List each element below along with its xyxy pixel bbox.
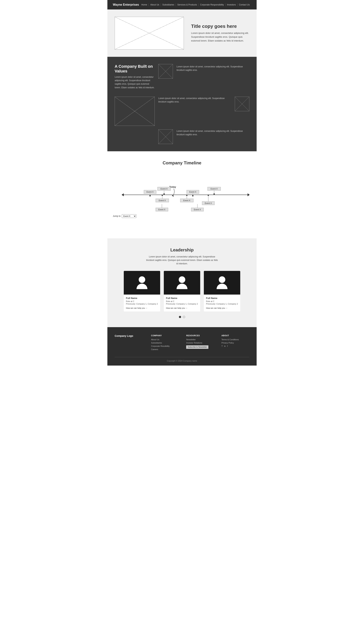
footer-terms-link[interactable]: Terms & Conditions <box>222 338 249 340</box>
leader-photo-3 <box>204 271 240 294</box>
values-image-1 <box>158 64 173 79</box>
person-icon-1 <box>136 276 148 289</box>
leader-prev-3: Previously: Company 1, Company 2 <box>206 303 238 305</box>
footer-corporate-link[interactable]: Corporate Resoibility <box>151 345 179 347</box>
timeline-arrow-right <box>248 193 250 196</box>
values-image-3 <box>235 97 249 111</box>
footer: Company Logo COMPANY About Us Subsidiari… <box>108 327 256 366</box>
nav-contact[interactable]: Contact Us <box>238 4 251 6</box>
values-image-4 <box>158 130 173 144</box>
carousel-dot-1[interactable] <box>179 316 181 318</box>
leader-prev-2: Previously: Company 1, Company 2 <box>166 303 198 305</box>
values-text-1: Lorem ipsum dolor sit amet, consectetur … <box>176 65 249 72</box>
person-head-3 <box>219 276 225 283</box>
person-body-1 <box>136 284 148 289</box>
linkedin-icon[interactable]: in <box>224 345 226 347</box>
leader-card-1: Full Name Role at C Previously: Company … <box>124 271 160 312</box>
footer-subsidiaries-link[interactable]: Subsidiaries <box>151 342 179 344</box>
footer-resources-title: RESOURCES <box>186 334 214 336</box>
leader-name-2: Full Name <box>166 297 198 300</box>
values-text-3: Lorem ipsum dolor sit amet, consectetur … <box>176 130 249 136</box>
hero-section: Title copy goes here Lorem ipsum dolor s… <box>108 10 256 57</box>
timeline-section: Company Timeline Today Event X Event X <box>108 151 256 238</box>
person-icon-3 <box>216 276 228 289</box>
values-heading: A Company Built on Values <box>115 64 155 74</box>
footer-about-link[interactable]: About Us <box>151 338 179 340</box>
today-arrow-svg <box>170 188 176 197</box>
person-head-1 <box>139 276 145 283</box>
footer-careers-link[interactable]: Careers <box>151 348 179 350</box>
footer-company-title: COMPANY <box>151 334 179 336</box>
leader-prev-1: Previously: Company 1, Company 2 <box>126 303 158 305</box>
nav-links: Home About Us Subsidiaries Services & Pr… <box>140 4 251 6</box>
nav-investors[interactable]: Investors <box>226 4 238 6</box>
jump-select[interactable]: Event X Event X Event X Event X Event X … <box>122 214 136 218</box>
carousel-dot-2[interactable] <box>183 316 185 318</box>
leadership-description: Lorem ipsum dolor sit amet, consectetur … <box>146 255 218 266</box>
leader-role-1: Role at C <box>126 300 158 302</box>
hero-text: Title copy goes here Lorem ipsum dolor s… <box>191 24 249 42</box>
footer-privacy-link[interactable]: Privacy Policy <box>222 342 249 344</box>
values-subtitle: Lorem ipsum dolor sit amet, consectetur … <box>115 75 155 90</box>
subscribe-button[interactable]: Subscribe to Newsletter <box>186 345 208 349</box>
timeline-event-6b: Event X <box>191 204 204 211</box>
timeline-event-1: Event X <box>158 187 171 194</box>
jump-label: Jump to <box>113 215 121 217</box>
footer-newsletter-link[interactable]: Newsletter <box>186 338 214 340</box>
leader-role-3: Role at C <box>206 300 238 302</box>
social-links: T in f <box>222 345 249 348</box>
leader-card-3: Full Name Role at C Previously: Company … <box>204 271 240 312</box>
timeline-arrow-left <box>122 193 124 196</box>
footer-resources-col: RESOURCES Newsletter Investor Relations … <box>186 334 214 352</box>
leadership-heading: Leadership <box>118 248 246 252</box>
leader-photo-1 <box>124 271 160 294</box>
footer-logo: Company Logo <box>115 334 144 352</box>
nav-subsidiaries[interactable]: Subsidiaries <box>161 4 176 6</box>
leader-card-2: Full Name Role at C Previously: Company … <box>164 271 200 312</box>
nav-corporate[interactable]: Corporate Responsibility <box>198 4 226 6</box>
leader-name-3: Full Name <box>206 297 238 300</box>
timeline-event-6: Event X <box>180 194 194 202</box>
timeline-event-2: Event X <box>208 187 221 194</box>
leader-info-3: Full Name Role at C Previously: Company … <box>204 294 240 312</box>
hero-body: Lorem ipsum dolor sit amet, consectetur … <box>191 31 249 42</box>
person-head-2 <box>179 276 185 283</box>
footer-about-title: ABOUT <box>222 334 249 336</box>
copyright: Copyright © 2024 Company name <box>167 360 197 362</box>
leader-info-1: Full Name Role at C Previously: Company … <box>124 294 160 312</box>
leader-photo-2 <box>164 271 200 294</box>
leader-link-2[interactable]: How we can help you → <box>166 307 188 309</box>
footer-bottom: Copyright © 2024 Company name <box>115 357 249 362</box>
leadership-section: Leadership Lorem ipsum dolor sit amet, c… <box>108 238 256 327</box>
leader-link-3[interactable]: How we can help you → <box>206 307 228 309</box>
nav-services[interactable]: Services & Products <box>176 4 198 6</box>
person-body-3 <box>216 284 228 289</box>
facebook-icon[interactable]: f <box>227 345 228 347</box>
timeline-event-5: Event X <box>156 194 169 202</box>
hero-image <box>115 17 184 50</box>
leader-link-1[interactable]: How we can help you → <box>126 307 148 309</box>
values-section: A Company Built on Values Lorem ipsum do… <box>108 57 256 151</box>
footer-company-col: COMPANY About Us Subsidiaries Corporate … <box>151 334 179 352</box>
values-image-2 <box>115 97 155 126</box>
timeline-event-5b: Event X <box>156 204 168 211</box>
footer-investor-link[interactable]: Investor Relations <box>186 342 214 344</box>
values-text-2: Lorem ipsum dolor sit amet, consectetur … <box>158 97 231 104</box>
leader-role-2: Role at C <box>166 300 198 302</box>
nav-about[interactable]: About Us <box>149 4 161 6</box>
timeline-event-7: Event X <box>202 194 214 205</box>
footer-top: Company Logo COMPANY About Us Subsidiari… <box>115 334 249 352</box>
person-icon-2 <box>176 276 188 289</box>
timeline-heading: Company Timeline <box>111 160 253 166</box>
hero-title: Title copy goes here <box>191 24 249 29</box>
navbar: Wayne Enterprises Home About Us Subsidia… <box>108 0 256 10</box>
nav-home[interactable]: Home <box>140 4 149 6</box>
twitter-icon[interactable]: T <box>222 345 223 347</box>
carousel-dots <box>118 316 246 318</box>
svg-marker-0 <box>172 195 174 197</box>
leader-cards: Full Name Role at C Previously: Company … <box>118 271 246 312</box>
nav-logo: Wayne Enterprises <box>113 3 139 6</box>
leader-name-1: Full Name <box>126 297 158 300</box>
leader-info-2: Full Name Role at C Previously: Company … <box>164 294 200 312</box>
jump-to-container: Jump to Event X Event X Event X Event X … <box>113 214 136 218</box>
